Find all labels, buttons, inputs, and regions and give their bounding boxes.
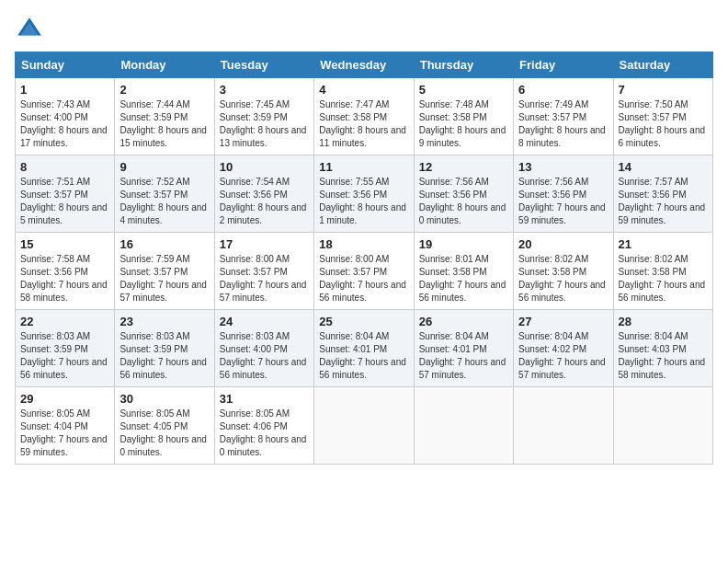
calendar-cell: 21 Sunrise: 8:02 AM Sunset: 3:58 PM Dayl… — [613, 233, 712, 310]
calendar-cell — [514, 387, 613, 465]
day-info: Sunrise: 8:02 AM Sunset: 3:58 PM Dayligh… — [518, 254, 606, 303]
calendar-week-4: 22 Sunrise: 8:03 AM Sunset: 3:59 PM Dayl… — [16, 310, 713, 387]
calendar-cell: 14 Sunrise: 7:57 AM Sunset: 3:56 PM Dayl… — [613, 155, 712, 233]
day-info: Sunrise: 8:00 AM Sunset: 3:57 PM Dayligh… — [319, 254, 406, 303]
day-info: Sunrise: 7:58 AM Sunset: 3:56 PM Dayligh… — [20, 254, 108, 303]
day-info: Sunrise: 8:04 AM Sunset: 4:03 PM Dayligh… — [619, 331, 706, 380]
page-container: SundayMondayTuesdayWednesdayThursdayFrid… — [15, 15, 713, 465]
calendar-cell: 4 Sunrise: 7:47 AM Sunset: 3:58 PM Dayli… — [314, 78, 414, 155]
calendar-cell: 1 Sunrise: 7:43 AM Sunset: 4:00 PM Dayli… — [16, 78, 115, 155]
day-number: 16 — [119, 237, 209, 251]
day-info: Sunrise: 8:03 AM Sunset: 4:00 PM Dayligh… — [220, 331, 307, 380]
calendar-cell — [314, 387, 414, 465]
day-number: 19 — [419, 237, 508, 251]
day-number: 29 — [20, 392, 109, 406]
col-header-friday: Friday — [514, 52, 613, 78]
day-number: 24 — [220, 315, 309, 328]
calendar-cell: 7 Sunrise: 7:50 AM Sunset: 3:57 PM Dayli… — [613, 78, 712, 155]
day-number: 9 — [119, 160, 209, 174]
day-number: 20 — [518, 237, 608, 251]
day-info: Sunrise: 7:49 AM Sunset: 3:57 PM Dayligh… — [518, 99, 606, 148]
col-header-sunday: Sunday — [16, 52, 115, 78]
calendar-cell: 5 Sunrise: 7:48 AM Sunset: 3:58 PM Dayli… — [414, 78, 513, 155]
day-number: 4 — [319, 83, 408, 97]
day-info: Sunrise: 7:44 AM Sunset: 3:59 PM Dayligh… — [119, 99, 207, 148]
day-number: 3 — [220, 83, 309, 97]
day-number: 8 — [20, 160, 109, 174]
day-info: Sunrise: 7:54 AM Sunset: 3:56 PM Dayligh… — [220, 177, 307, 225]
day-info: Sunrise: 7:50 AM Sunset: 3:57 PM Dayligh… — [619, 99, 706, 148]
day-number: 1 — [20, 83, 109, 97]
day-number: 13 — [518, 160, 608, 174]
day-number: 6 — [518, 83, 608, 97]
day-info: Sunrise: 7:57 AM Sunset: 3:56 PM Dayligh… — [619, 177, 706, 225]
calendar-cell: 28 Sunrise: 8:04 AM Sunset: 4:03 PM Dayl… — [613, 310, 712, 387]
calendar-cell: 11 Sunrise: 7:55 AM Sunset: 3:56 PM Dayl… — [314, 155, 414, 233]
day-number: 10 — [220, 160, 309, 174]
day-number: 18 — [319, 237, 408, 251]
day-info: Sunrise: 7:52 AM Sunset: 3:57 PM Dayligh… — [119, 177, 207, 225]
calendar-cell: 15 Sunrise: 7:58 AM Sunset: 3:56 PM Dayl… — [16, 233, 115, 310]
day-info: Sunrise: 7:47 AM Sunset: 3:58 PM Dayligh… — [319, 99, 406, 148]
day-number: 15 — [20, 237, 109, 251]
day-number: 12 — [419, 160, 508, 174]
day-info: Sunrise: 7:59 AM Sunset: 3:57 PM Dayligh… — [119, 254, 207, 303]
day-info: Sunrise: 8:02 AM Sunset: 3:58 PM Dayligh… — [619, 254, 706, 303]
day-info: Sunrise: 7:48 AM Sunset: 3:58 PM Dayligh… — [419, 99, 506, 148]
calendar-cell: 10 Sunrise: 7:54 AM Sunset: 3:56 PM Dayl… — [214, 155, 313, 233]
calendar-week-1: 1 Sunrise: 7:43 AM Sunset: 4:00 PM Dayli… — [16, 78, 713, 155]
day-number: 25 — [319, 315, 408, 328]
day-number: 27 — [518, 315, 608, 328]
calendar-cell: 30 Sunrise: 8:05 AM Sunset: 4:05 PM Dayl… — [115, 387, 214, 465]
day-info: Sunrise: 8:01 AM Sunset: 3:58 PM Dayligh… — [419, 254, 506, 303]
col-header-wednesday: Wednesday — [314, 52, 414, 78]
day-info: Sunrise: 7:56 AM Sunset: 3:56 PM Dayligh… — [518, 177, 606, 225]
header — [15, 15, 713, 44]
day-number: 17 — [220, 237, 309, 251]
day-number: 23 — [119, 315, 209, 328]
calendar-header-row: SundayMondayTuesdayWednesdayThursdayFrid… — [16, 52, 713, 78]
calendar-table: SundayMondayTuesdayWednesdayThursdayFrid… — [15, 52, 713, 465]
calendar-cell: 2 Sunrise: 7:44 AM Sunset: 3:59 PM Dayli… — [115, 78, 214, 155]
day-info: Sunrise: 8:04 AM Sunset: 4:01 PM Dayligh… — [419, 331, 506, 380]
calendar-cell: 29 Sunrise: 8:05 AM Sunset: 4:04 PM Dayl… — [16, 387, 115, 465]
calendar-cell: 26 Sunrise: 8:04 AM Sunset: 4:01 PM Dayl… — [414, 310, 513, 387]
calendar-cell: 12 Sunrise: 7:56 AM Sunset: 3:56 PM Dayl… — [414, 155, 513, 233]
day-info: Sunrise: 8:05 AM Sunset: 4:06 PM Dayligh… — [220, 408, 307, 457]
col-header-thursday: Thursday — [414, 52, 513, 78]
calendar-cell: 19 Sunrise: 8:01 AM Sunset: 3:58 PM Dayl… — [414, 233, 513, 310]
calendar-cell: 9 Sunrise: 7:52 AM Sunset: 3:57 PM Dayli… — [115, 155, 214, 233]
day-number: 5 — [419, 83, 508, 97]
day-info: Sunrise: 8:04 AM Sunset: 4:02 PM Dayligh… — [518, 331, 606, 380]
calendar-cell: 31 Sunrise: 8:05 AM Sunset: 4:06 PM Dayl… — [214, 387, 313, 465]
calendar-cell — [414, 387, 513, 465]
day-info: Sunrise: 8:00 AM Sunset: 3:57 PM Dayligh… — [220, 254, 307, 303]
day-number: 11 — [319, 160, 408, 174]
day-info: Sunrise: 8:03 AM Sunset: 3:59 PM Dayligh… — [119, 331, 207, 380]
day-info: Sunrise: 7:43 AM Sunset: 4:00 PM Dayligh… — [20, 99, 108, 148]
calendar-cell: 27 Sunrise: 8:04 AM Sunset: 4:02 PM Dayl… — [514, 310, 613, 387]
day-number: 30 — [119, 392, 209, 406]
calendar-cell: 13 Sunrise: 7:56 AM Sunset: 3:56 PM Dayl… — [514, 155, 613, 233]
calendar-cell — [613, 387, 712, 465]
day-info: Sunrise: 8:05 AM Sunset: 4:04 PM Dayligh… — [20, 408, 108, 457]
day-number: 14 — [619, 160, 708, 174]
calendar-cell: 23 Sunrise: 8:03 AM Sunset: 3:59 PM Dayl… — [115, 310, 214, 387]
day-number: 21 — [619, 237, 708, 251]
day-info: Sunrise: 7:51 AM Sunset: 3:57 PM Dayligh… — [20, 177, 108, 225]
calendar-cell: 3 Sunrise: 7:45 AM Sunset: 3:59 PM Dayli… — [214, 78, 313, 155]
calendar-cell: 25 Sunrise: 8:04 AM Sunset: 4:01 PM Dayl… — [314, 310, 414, 387]
calendar-cell: 6 Sunrise: 7:49 AM Sunset: 3:57 PM Dayli… — [514, 78, 613, 155]
calendar-cell: 17 Sunrise: 8:00 AM Sunset: 3:57 PM Dayl… — [214, 233, 313, 310]
logo-icon — [15, 15, 44, 44]
calendar-week-2: 8 Sunrise: 7:51 AM Sunset: 3:57 PM Dayli… — [16, 155, 713, 233]
calendar-cell: 16 Sunrise: 7:59 AM Sunset: 3:57 PM Dayl… — [115, 233, 214, 310]
day-info: Sunrise: 7:56 AM Sunset: 3:56 PM Dayligh… — [419, 177, 506, 225]
calendar-cell: 22 Sunrise: 8:03 AM Sunset: 3:59 PM Dayl… — [16, 310, 115, 387]
calendar-cell: 20 Sunrise: 8:02 AM Sunset: 3:58 PM Dayl… — [514, 233, 613, 310]
day-info: Sunrise: 8:04 AM Sunset: 4:01 PM Dayligh… — [319, 331, 406, 380]
col-header-tuesday: Tuesday — [214, 52, 313, 78]
col-header-saturday: Saturday — [613, 52, 712, 78]
day-info: Sunrise: 7:55 AM Sunset: 3:56 PM Dayligh… — [319, 177, 406, 225]
day-number: 2 — [119, 83, 209, 97]
